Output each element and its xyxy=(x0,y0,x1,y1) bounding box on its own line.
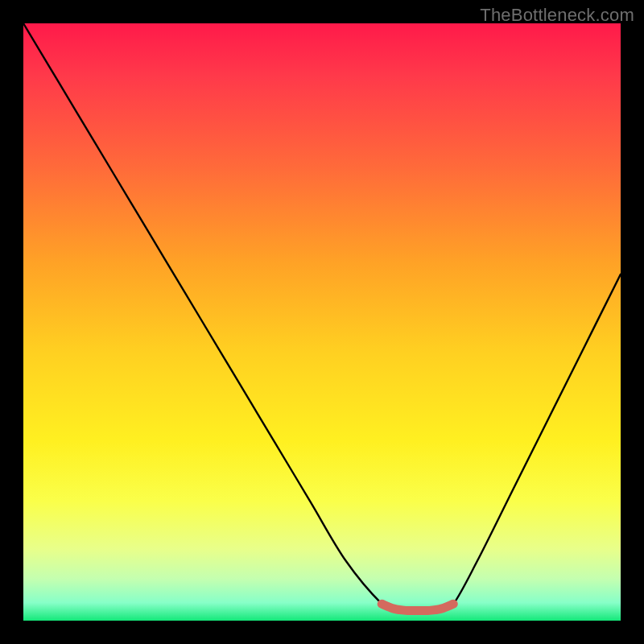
flat-zone-marker xyxy=(382,604,453,610)
bottleneck-curve xyxy=(23,23,621,611)
chart-frame: TheBottleneck.com xyxy=(0,0,644,644)
curve-layer xyxy=(23,23,621,621)
watermark-text: TheBottleneck.com xyxy=(480,5,634,26)
plot-area xyxy=(23,23,621,621)
